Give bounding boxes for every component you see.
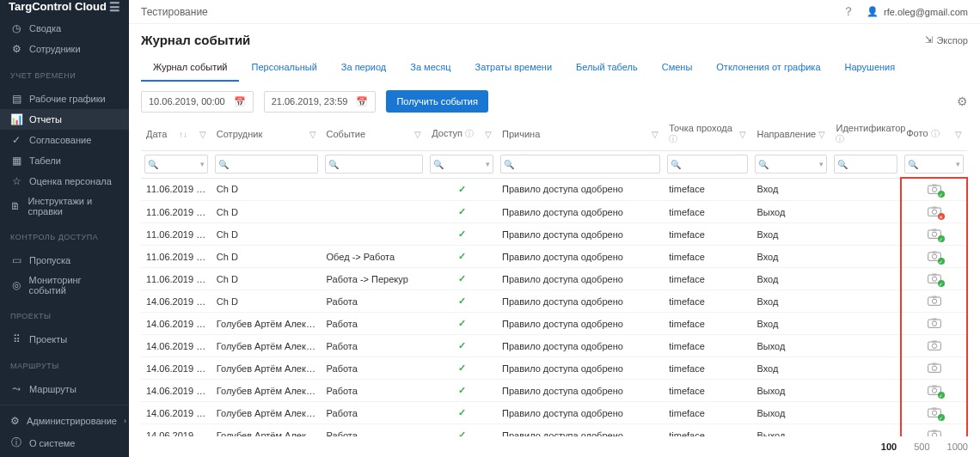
nav-label: Сводка	[29, 23, 61, 34]
camera-icon[interactable]: ✓	[927, 272, 942, 284]
nav-item[interactable]: ⓘО системе	[0, 431, 129, 454]
svg-rect-8	[932, 228, 936, 231]
nav-item[interactable]: ◷Сводка	[0, 18, 129, 39]
cell-point: timeface	[664, 201, 751, 223]
cell-reason: Правило доступа одобрено	[497, 357, 664, 380]
calendar-icon: 📅	[356, 96, 368, 107]
cell-reason: Правило доступа одобрено	[497, 335, 664, 357]
table-row[interactable]: 14.06.2019 17:19:33Ch DРабота✓Правило до…	[141, 290, 967, 313]
cell-date: 11.06.2019 13:53:55	[141, 246, 211, 268]
date-to-input[interactable]: 21.06.2019, 23:59 📅	[264, 91, 377, 113]
page-size-option[interactable]: 500	[914, 442, 929, 452]
camera-icon[interactable]: ✓	[927, 406, 942, 418]
chevron-down-icon[interactable]: ▾	[200, 160, 205, 168]
camera-icon[interactable]: ✓	[927, 250, 942, 262]
help-icon[interactable]: ⓘ	[931, 129, 940, 138]
filter-icon[interactable]: ▽	[739, 130, 746, 139]
camera-icon[interactable]	[927, 362, 942, 374]
page-size-option[interactable]: 1000	[947, 442, 968, 452]
nav-item[interactable]: ☆Оценка персонала	[0, 171, 129, 192]
camera-icon[interactable]: ✓	[927, 384, 942, 396]
camera-icon[interactable]: ✕	[927, 205, 942, 217]
table-row[interactable]: 11.06.2019 09:11:22Ch D✓Правило доступа …	[141, 178, 967, 201]
table-row[interactable]: 14.06.2019 17:24:47Голубев Артём Алексан…	[141, 357, 967, 380]
filter-icon[interactable]: ▽	[199, 130, 206, 139]
nav-item[interactable]: ⤳Маршруты	[0, 379, 129, 399]
help-icon[interactable]: ⓘ	[465, 129, 474, 138]
help-icon[interactable]: ⓘ	[836, 134, 844, 143]
camera-icon[interactable]	[927, 339, 942, 351]
user-menu[interactable]: 👤 rfe.oleg@gmail.com	[867, 6, 968, 17]
cell-event: Работа	[322, 313, 427, 335]
cell-photo: ✓	[901, 380, 967, 402]
tab[interactable]: Смены	[650, 54, 705, 82]
camera-icon[interactable]: ✓	[927, 228, 942, 240]
table-row[interactable]: 14.06.2019 17:23:51Голубев Артём Алексан…	[141, 335, 967, 357]
chevron-down-icon[interactable]: ▾	[956, 160, 960, 168]
tab[interactable]: Белый табель	[564, 54, 650, 82]
tab[interactable]: Отклонения от графика	[704, 54, 832, 82]
nav-item[interactable]: ▦Табели	[0, 150, 129, 171]
cell-identifier	[830, 290, 901, 313]
sort-icon[interactable]: ↑↓	[179, 130, 187, 139]
filter-icon[interactable]: ▽	[955, 130, 962, 139]
table-row[interactable]: 14.06.2019 17:23:23Голубев Артём Алексан…	[141, 313, 967, 335]
page-size-footer: 1005001000	[129, 436, 980, 457]
camera-icon[interactable]	[927, 295, 942, 307]
cell-photo: ✓	[901, 268, 967, 290]
cell-date: 14.06.2019 17:27:26	[141, 380, 211, 402]
tab[interactable]: Нарушения	[833, 54, 908, 82]
filter-event-input[interactable]	[325, 155, 424, 174]
tab[interactable]: За месяц	[398, 54, 462, 82]
chevron-down-icon[interactable]: ▾	[486, 160, 490, 168]
cell-employee: Голубев Артём Александрович	[211, 402, 322, 424]
date-from-input[interactable]: 10.06.2019, 00:00 📅	[141, 91, 254, 113]
nav-heading-access: КОНТРОЛЬ ДОСТУПА	[0, 226, 129, 245]
nav-item[interactable]: ✓Согласование	[0, 130, 129, 150]
help-icon[interactable]: ？	[842, 4, 854, 20]
help-icon[interactable]: ⓘ	[669, 134, 677, 143]
svg-point-34	[932, 433, 936, 436]
nav-item[interactable]: ▤Рабочие графики	[0, 88, 129, 109]
cell-date: 14.06.2019 17:23:51	[141, 335, 211, 357]
nav-item[interactable]: 🗎Инструктажи и справки	[0, 192, 129, 221]
filter-reason-input[interactable]	[500, 155, 660, 174]
nav-item[interactable]: ⚙Администрирование›	[0, 411, 129, 431]
filter-employee-input[interactable]	[215, 155, 318, 174]
table-row[interactable]: 11.06.2019 13:54:49Ch DРабота -> Перекур…	[141, 268, 967, 290]
cell-employee: Голубев Артём Александрович	[211, 424, 322, 437]
tab[interactable]: Журнал событий	[141, 54, 239, 82]
table-row[interactable]: 14.06.2019 17:27:26Голубев Артём Алексан…	[141, 380, 967, 402]
nav-item[interactable]: ⚙Сотрудники	[0, 39, 129, 59]
nav-item[interactable]: ◎Мониторинг событий	[0, 271, 129, 300]
tab[interactable]: Затраты времени	[463, 54, 565, 82]
nav-item[interactable]: 📊Отчеты	[0, 109, 129, 130]
camera-icon[interactable]: ✕	[927, 429, 942, 436]
page-size-option[interactable]: 100	[881, 442, 897, 452]
table-row[interactable]: 11.06.2019 09:20:54Ch D✓Правило доступа …	[141, 223, 967, 246]
filter-icon[interactable]: ▽	[818, 130, 825, 139]
chevron-down-icon[interactable]: ▾	[819, 160, 824, 168]
nav-item[interactable]: ⠿Проекты	[0, 329, 129, 350]
filter-icon[interactable]: ▽	[485, 130, 492, 139]
settings-gear-icon[interactable]: ⚙	[957, 94, 968, 108]
table-row[interactable]: 14.06.2019 17:29:21Голубев Артём Алексан…	[141, 402, 967, 424]
camera-icon[interactable]: ✓	[927, 183, 942, 195]
nav-item[interactable]: ▭Пропуска	[0, 250, 129, 271]
tab[interactable]: За период	[329, 54, 398, 82]
filter-icon[interactable]: ▽	[652, 130, 658, 139]
svg-rect-32	[932, 407, 936, 410]
svg-rect-15	[928, 297, 940, 305]
filter-icon[interactable]: ▽	[309, 130, 316, 139]
svg-point-1	[932, 187, 936, 192]
fetch-events-button[interactable]: Получить события	[386, 90, 488, 113]
hamburger-icon[interactable]: ☰	[109, 1, 120, 13]
cell-point: timeface	[664, 290, 751, 313]
tab[interactable]: Персональный	[239, 54, 328, 82]
table-row[interactable]: 14.06.2019 17:30:06Голубев Артём Алексан…	[141, 424, 967, 437]
table-row[interactable]: 11.06.2019 09:20:36Ch D✓Правило доступа …	[141, 201, 967, 223]
export-button[interactable]: ⇲ Экспор	[925, 34, 968, 46]
filter-icon[interactable]: ▽	[414, 130, 421, 139]
camera-icon[interactable]	[927, 317, 942, 329]
table-row[interactable]: 11.06.2019 13:53:55Ch DОбед -> Работа✓Пр…	[141, 246, 967, 268]
